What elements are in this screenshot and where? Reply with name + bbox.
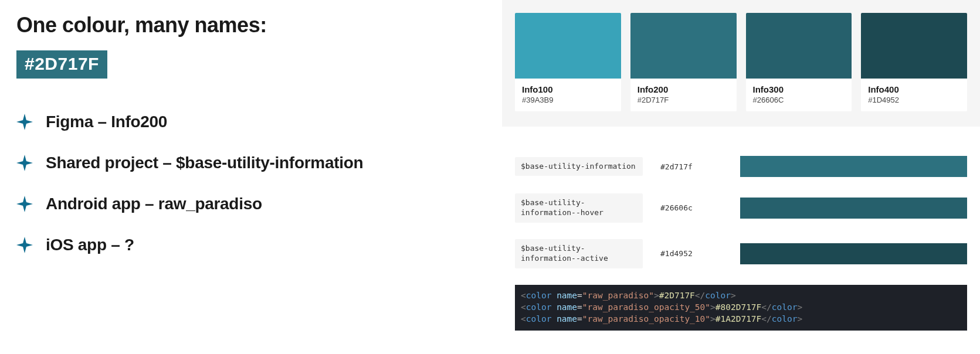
swatch-name: Info400 bbox=[868, 84, 960, 94]
sparkle-icon bbox=[16, 237, 33, 253]
code-block: <color name="raw_paradiso">#2D717F</colo… bbox=[515, 285, 967, 331]
token-swatch bbox=[740, 243, 967, 264]
swatch-meta: Info400 #1D4952 bbox=[861, 79, 967, 111]
swatch-card: Info300 #26606C bbox=[746, 13, 852, 111]
swatch-color bbox=[861, 13, 967, 79]
table-row: $base-utility-information #2d717f bbox=[515, 156, 967, 177]
list-item: Shared project – $base-utility-informati… bbox=[16, 154, 486, 172]
page-title: One colour, many names: bbox=[16, 13, 486, 38]
token-hex: #1d4952 bbox=[643, 249, 737, 258]
token-hex: #2d717f bbox=[643, 162, 737, 171]
swatch-meta: Info100 #39A3B9 bbox=[515, 79, 621, 111]
swatch-hex: #1D4952 bbox=[868, 96, 960, 104]
palette-panel: Info100 #39A3B9 Info200 #2D717F Info300 … bbox=[502, 0, 980, 127]
token-name: $base-utility-information--active bbox=[515, 239, 643, 268]
sparkle-icon bbox=[16, 114, 33, 130]
list-item-label: Shared project – $base-utility-informati… bbox=[46, 154, 363, 172]
swatch-card: Info100 #39A3B9 bbox=[515, 13, 621, 111]
sparkle-icon bbox=[16, 196, 33, 212]
token-name: $base-utility-information bbox=[515, 157, 643, 176]
swatch-hex: #26606C bbox=[753, 96, 845, 104]
token-name: $base-utility-information--hover bbox=[515, 193, 643, 223]
left-column: One colour, many names: #2D717F Figma – … bbox=[16, 13, 486, 277]
swatch-meta: Info200 #2D717F bbox=[630, 79, 737, 111]
list-item-label: iOS app – ? bbox=[46, 236, 134, 254]
swatch-card: Info400 #1D4952 bbox=[861, 13, 967, 111]
token-hex: #26606c bbox=[643, 203, 737, 212]
sparkle-icon bbox=[16, 155, 33, 171]
right-column: Info100 #39A3B9 Info200 #2D717F Info300 … bbox=[502, 0, 980, 331]
swatch-hex: #39A3B9 bbox=[522, 96, 614, 104]
swatch-name: Info300 bbox=[753, 84, 845, 94]
swatch-name: Info200 bbox=[637, 84, 730, 94]
table-row: $base-utility-information--active #1d495… bbox=[515, 239, 967, 268]
swatch-color bbox=[515, 13, 621, 79]
swatch-color bbox=[746, 13, 852, 79]
swatch-color bbox=[630, 13, 737, 79]
list-item: Figma – Info200 bbox=[16, 113, 486, 131]
list-item: iOS app – ? bbox=[16, 236, 486, 254]
swatch-name: Info100 bbox=[522, 84, 614, 94]
list-item-label: Figma – Info200 bbox=[46, 113, 167, 131]
token-table: $base-utility-information #2d717f $base-… bbox=[502, 156, 980, 268]
swatch-card: Info200 #2D717F bbox=[630, 13, 737, 111]
bullet-list: Figma – Info200 Shared project – $base-u… bbox=[16, 113, 486, 254]
swatch-meta: Info300 #26606C bbox=[746, 79, 852, 111]
list-item-label: Android app – raw_paradiso bbox=[46, 195, 262, 213]
list-item: Android app – raw_paradiso bbox=[16, 195, 486, 213]
hex-badge: #2D717F bbox=[16, 50, 107, 79]
token-swatch bbox=[740, 198, 967, 219]
table-row: $base-utility-information--hover #26606c bbox=[515, 193, 967, 223]
swatch-hex: #2D717F bbox=[637, 96, 730, 104]
token-swatch bbox=[740, 156, 967, 177]
